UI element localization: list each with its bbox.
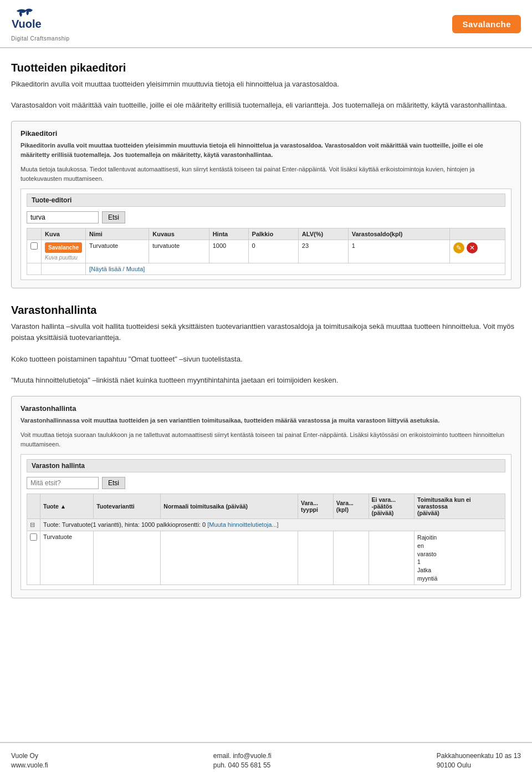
tuote-editori-search-row: Etsi bbox=[27, 211, 505, 223]
muuta-hinnoittelu-link[interactable]: [Muuta hinnoittelutietoja...] bbox=[207, 521, 278, 528]
pikaeditori-preview-desc: Pikaeditorin avulla voit muuttaa tuottei… bbox=[21, 141, 511, 159]
row-stock: 1 bbox=[348, 240, 449, 263]
vara-desc-text: Varastonhallinnassa voit muuttaa tuottei… bbox=[21, 417, 439, 424]
vara-group-label: Tuote: Turvatuote(1 variantti), hinta: 1… bbox=[40, 519, 505, 531]
row-name: Turvatuote bbox=[86, 240, 149, 263]
vara-col-tuote: Tuote ▲ bbox=[40, 494, 94, 519]
vara-col-tyyppi: Vara...tyyppi bbox=[298, 494, 333, 519]
section2-desc1: Varaston hallinta –sivulla voit hallita … bbox=[11, 321, 521, 343]
vara-col-toimitusaika2: Toimitusaika kun eivarastossa(päivää) bbox=[415, 494, 505, 519]
col-actions bbox=[450, 228, 505, 240]
col-hinta: Hinta bbox=[209, 228, 248, 240]
footer-phone: puh. 040 55 681 55 bbox=[213, 761, 272, 769]
row-desc: turvatuote bbox=[149, 240, 209, 263]
row-checkbox-input[interactable] bbox=[30, 242, 38, 250]
vara-row-name: Turvatuote bbox=[40, 531, 94, 585]
expand-icon[interactable]: ⊟ bbox=[30, 521, 35, 528]
tuote-editori-search-input[interactable] bbox=[27, 211, 99, 223]
vara-row-check bbox=[27, 531, 40, 585]
footer-email: email. info@vuole.fi bbox=[213, 752, 272, 760]
delete-icon[interactable]: ✕ bbox=[467, 242, 478, 253]
product-link-cell: [Näytä lisää / Muuta] bbox=[86, 263, 505, 275]
col-kuva: Kuva bbox=[42, 228, 86, 240]
footer-address1: Pakkahuoneenkatu 10 as 13 bbox=[437, 752, 521, 760]
section2-title: Varastonhallinta bbox=[11, 304, 521, 317]
vara-row-paatos bbox=[369, 531, 414, 585]
vara-row-toimitusaika bbox=[161, 531, 298, 585]
vara-rajoitin: Rajoitinenvarasto bbox=[417, 533, 502, 558]
vara-numero: 1 bbox=[417, 558, 502, 566]
vara-section-label: Varaston hallinta bbox=[27, 459, 505, 472]
varastonhallinta-preview-box: Varastonhallinta Varastonhallinnassa voi… bbox=[11, 396, 521, 599]
footer-col2: email. info@vuole.fi puh. 040 55 681 55 bbox=[213, 752, 272, 769]
pikaeditori-preview-title: Pikaeditori bbox=[21, 129, 511, 138]
vara-last-col: Rajoitinenvarasto 1 Jatkamyyntiä bbox=[417, 533, 502, 582]
varastonhallinta-preview-title: Varastonhallinta bbox=[21, 404, 511, 413]
vara-data-row: Turvatuote Rajoitinenvarasto 1 Jatkamyyn… bbox=[27, 531, 505, 585]
vara-group-row: ⊟ Tuote: Turvatuote(1 variantti), hinta:… bbox=[27, 519, 505, 531]
section2-desc2: Koko tuotteen poistaminen tapahtuu "Omat… bbox=[11, 354, 521, 365]
footer-company: Vuole Oy bbox=[11, 752, 48, 760]
tuote-editori-header: Tuote-editori bbox=[27, 194, 505, 207]
product-thumbnail: Savalanche bbox=[45, 242, 82, 253]
row-image: Savalanche Kuva puuttuu bbox=[42, 240, 86, 263]
section1-title: Tuotteiden pikaeditori bbox=[11, 62, 521, 74]
pikaeditori-desc-text: Pikaeditorin avulla voit muuttaa tuottei… bbox=[21, 142, 483, 158]
row-alv: 23 bbox=[298, 240, 348, 263]
savalanche-badge: Savalanche bbox=[452, 15, 521, 33]
col-varasto: Varastosaldo(kpl) bbox=[348, 228, 449, 240]
logo-tagline: Digital Craftsmanship bbox=[11, 35, 70, 42]
product-link[interactable]: [Näytä lisää / Muuta] bbox=[89, 266, 145, 272]
vara-table: Tuote ▲ Tuotevariantti Normaali toimitus… bbox=[27, 494, 505, 585]
row-price: 1000 bbox=[209, 240, 248, 263]
vara-search-row: Etsi bbox=[27, 477, 505, 489]
col-palkkio: Palkkio bbox=[248, 228, 298, 240]
vara-col-check bbox=[27, 494, 40, 519]
col-kuvaus: Kuvaus bbox=[149, 228, 209, 240]
logo-area: Vuole Digital Craftsmanship bbox=[11, 7, 78, 42]
tuote-editori-box: Tuote-editori Etsi Kuva Nimi Kuvaus Hint… bbox=[21, 189, 511, 280]
vara-search-input[interactable] bbox=[27, 477, 99, 489]
footer-col1: Vuole Oy www.vuole.fi bbox=[11, 752, 48, 769]
row-commission: 0 bbox=[248, 240, 298, 263]
vara-col-kpl: Vara...(kpl) bbox=[333, 494, 369, 519]
varastonhallinta-inner-box: Varaston hallinta Etsi Tuote ▲ Tuotevari… bbox=[21, 454, 511, 590]
vara-inner-desc: Voit muuttaa tietoja suoraan taulukkoon … bbox=[21, 430, 511, 449]
product-table: Kuva Nimi Kuvaus Hinta Palkkio ALV(%) Va… bbox=[27, 228, 505, 275]
table-row-link: [Näytä lisää / Muuta] bbox=[27, 263, 505, 275]
col-checkbox bbox=[27, 228, 42, 240]
section1-desc2: Varastosaldon voit määrittää vain tuotte… bbox=[11, 100, 521, 111]
vara-row-variantti bbox=[94, 531, 161, 585]
action-icons: ✎ ✕ bbox=[453, 242, 502, 253]
vara-group-expand: ⊟ bbox=[27, 519, 40, 531]
vara-row-toimitusaika2: Rajoitinenvarasto 1 Jatkamyyntiä bbox=[415, 531, 505, 585]
footer-col3: Pakkahuoneenkatu 10 as 13 90100 Oulu bbox=[437, 752, 521, 769]
vara-row-checkbox[interactable] bbox=[30, 533, 37, 541]
edit-icon[interactable]: ✎ bbox=[453, 242, 464, 253]
vara-row-tyyppi bbox=[298, 531, 333, 585]
varastonhallinta-preview-desc: Varastonhallinnassa voit muuttaa tuottei… bbox=[21, 416, 511, 425]
col-alv: ALV(%) bbox=[298, 228, 348, 240]
vara-col-paatos: Ei vara...-päätös(päivää) bbox=[369, 494, 414, 519]
pikaeditori-inner-desc: Muuta tietoja taulukossa. Tiedot tallent… bbox=[21, 165, 511, 183]
vara-jatka: Jatkamyyntiä bbox=[417, 566, 502, 582]
footer-website: www.vuole.fi bbox=[11, 761, 48, 769]
table-row: Savalanche Kuva puuttuu Turvatuote turva… bbox=[27, 240, 505, 263]
row-checkbox bbox=[27, 240, 42, 263]
row-actions: ✎ ✕ bbox=[450, 240, 505, 263]
image-missing-label: Kuva puuttuu bbox=[45, 255, 82, 261]
vara-search-button[interactable]: Etsi bbox=[102, 477, 125, 489]
svg-text:Vuole: Vuole bbox=[12, 18, 42, 30]
col-nimi: Nimi bbox=[86, 228, 149, 240]
header: Vuole Digital Craftsmanship Savalanche bbox=[0, 0, 532, 48]
pikaeditori-preview-box: Pikaeditori Pikaeditorin avulla voit muu… bbox=[11, 121, 521, 288]
vara-col-variantti: Tuotevariantti bbox=[94, 494, 161, 519]
vuole-logo: Vuole bbox=[11, 7, 78, 34]
main-content: Tuotteiden pikaeditori Pikaeditorin avul… bbox=[0, 48, 532, 598]
vara-col-toimitusaika: Normaali toimitusaika (päivää) bbox=[161, 494, 298, 519]
section2-desc3: "Muuta hinnoittelutietoja" –linkistä näe… bbox=[11, 375, 521, 386]
tuote-editori-search-button[interactable]: Etsi bbox=[102, 211, 125, 223]
footer: Vuole Oy www.vuole.fi email. info@vuole.… bbox=[0, 742, 532, 778]
section1-desc1: Pikaeditorin avulla voit muuttaa tuottei… bbox=[11, 79, 521, 90]
empty-cell-2 bbox=[42, 263, 86, 275]
